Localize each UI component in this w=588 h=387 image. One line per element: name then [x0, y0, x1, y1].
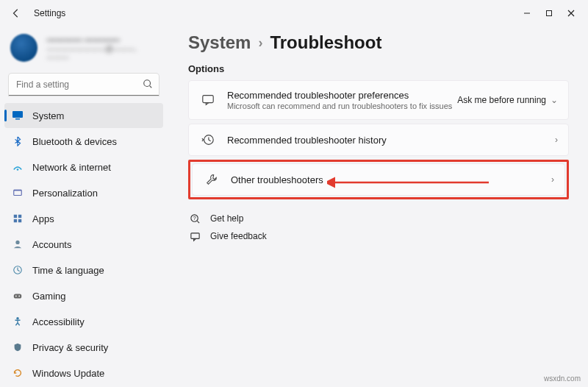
apps-icon [12, 213, 24, 224]
sidebar-item-accessibility[interactable]: Accessibility [4, 309, 163, 334]
sidebar-item-update[interactable]: Windows Update [4, 361, 163, 386]
breadcrumb-parent[interactable]: System [188, 32, 251, 53]
history-icon [199, 133, 217, 146]
svg-rect-23 [190, 232, 198, 238]
sidebar-item-label: Accounts [32, 239, 71, 250]
section-label: Options [188, 63, 569, 74]
link-label: Get help [210, 213, 243, 224]
svg-point-6 [17, 168, 19, 171]
get-help-link[interactable]: ? Get help [188, 210, 569, 227]
link-label: Give feedback [210, 231, 267, 241]
svg-rect-1 [547, 11, 552, 16]
svg-point-2 [144, 80, 151, 87]
system-icon [12, 110, 24, 121]
footer-links: ? Get help Give feedback [188, 210, 569, 245]
watermark: wsxdn.com [544, 374, 581, 383]
give-feedback-link[interactable]: Give feedback [188, 227, 569, 245]
page-title: Troubleshoot [270, 32, 381, 53]
update-icon [12, 367, 24, 379]
card-other-troubleshooters[interactable]: Other troubleshooters › [192, 163, 565, 196]
svg-rect-4 [12, 111, 23, 118]
time-icon [12, 264, 24, 276]
network-icon [12, 161, 24, 173]
accessibility-icon [12, 316, 24, 327]
sidebar-item-label: Privacy & security [32, 342, 108, 353]
highlight-annotation: Other troubleshooters › [188, 160, 569, 199]
bluetooth-icon [12, 135, 24, 147]
sidebar-item-label: System [32, 110, 64, 121]
svg-rect-14 [14, 294, 22, 298]
window-controls [516, 4, 582, 23]
profile-email: ————————@———.——— [46, 45, 157, 61]
svg-point-12 [15, 241, 19, 244]
card-title: Other troubleshooters [231, 174, 551, 185]
sidebar-item-personalization[interactable]: Personalization [4, 180, 163, 205]
maximize-button[interactable] [538, 4, 560, 23]
sidebar-item-label: Windows Update [32, 368, 104, 379]
card-subtitle: Microsoft can recommend and run troubles… [227, 102, 457, 110]
sidebar-item-apps[interactable]: Apps [4, 206, 163, 231]
sidebar-item-label: Apps [32, 213, 54, 224]
avatar [10, 34, 37, 62]
back-button[interactable] [6, 3, 26, 24]
sidebar-item-privacy[interactable]: Privacy & security [4, 335, 163, 360]
search-icon [143, 79, 153, 92]
dropdown-value: Ask me before running [457, 95, 546, 105]
chevron-right-icon: › [258, 35, 262, 51]
minimize-button[interactable] [516, 4, 538, 23]
chevron-right-icon: › [551, 174, 554, 185]
profile-block[interactable]: ———— ———— ————————@———.——— [4, 26, 163, 72]
svg-point-17 [16, 317, 19, 320]
sidebar-item-label: Accessibility [32, 316, 85, 327]
sidebar-item-label: Time & language [32, 265, 104, 276]
gaming-icon [12, 290, 24, 302]
svg-rect-10 [14, 219, 17, 222]
svg-line-3 [150, 86, 152, 88]
chevron-right-icon: › [555, 135, 558, 145]
card-body: Recommended troubleshooter history [227, 135, 555, 146]
chat-icon [199, 93, 217, 107]
sidebar-item-bluetooth[interactable]: Bluetooth & devices [4, 129, 163, 154]
nav: System Bluetooth & devices Network & int… [4, 103, 163, 386]
sidebar-item-label: Personalization [32, 188, 98, 199]
sidebar-item-gaming[interactable]: Gaming [4, 283, 163, 308]
close-button[interactable] [560, 4, 582, 23]
card-troubleshooter-prefs[interactable]: Recommended troubleshooter preferences M… [188, 80, 569, 120]
profile-name: ———— ———— [46, 35, 157, 45]
prefs-dropdown[interactable]: Ask me before running ⌄ [457, 95, 558, 105]
svg-rect-11 [18, 219, 21, 222]
sidebar-item-system[interactable]: System [4, 103, 163, 128]
privacy-icon [12, 341, 24, 353]
titlebar: Settings [0, 0, 588, 26]
card-body: Recommended troubleshooter preferences M… [227, 90, 457, 110]
help-icon: ? [188, 213, 201, 224]
main-content: System › Troubleshoot Options Recommende… [168, 26, 588, 387]
window-title: Settings [34, 8, 65, 18]
search-input[interactable] [9, 74, 159, 96]
sidebar-item-accounts[interactable]: Accounts [4, 232, 163, 257]
sidebar-item-label: Bluetooth & devices [32, 136, 117, 147]
profile-text: ———— ———— ————————@———.——— [46, 35, 157, 61]
svg-point-15 [15, 296, 17, 297]
card-body: Other troubleshooters [231, 174, 551, 185]
sidebar: ———— ———— ————————@———.——— System Blueto… [0, 26, 168, 387]
personalization-icon [12, 187, 24, 199]
search-wrap [9, 74, 159, 96]
breadcrumb: System › Troubleshoot [188, 32, 569, 53]
svg-line-22 [197, 221, 199, 223]
sidebar-item-label: Gaming [32, 291, 66, 302]
svg-rect-8 [14, 215, 17, 218]
svg-rect-18 [203, 96, 213, 103]
chevron-down-icon: ⌄ [551, 95, 558, 105]
card-troubleshooter-history[interactable]: Recommended troubleshooter history › [188, 124, 569, 156]
card-title: Recommended troubleshooter preferences [227, 90, 457, 101]
accounts-icon [12, 238, 24, 250]
svg-point-16 [18, 296, 20, 297]
feedback-icon [188, 230, 201, 242]
sidebar-item-time[interactable]: Time & language [4, 258, 163, 283]
sidebar-item-network[interactable]: Network & internet [4, 155, 163, 180]
svg-rect-9 [18, 215, 21, 218]
svg-rect-5 [15, 118, 20, 120]
card-title: Recommended troubleshooter history [227, 135, 555, 146]
sidebar-item-label: Network & internet [32, 162, 111, 173]
